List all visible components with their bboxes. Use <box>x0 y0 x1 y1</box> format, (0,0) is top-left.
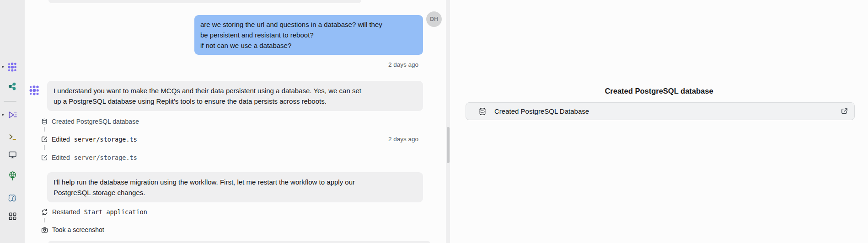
message-timestamp: 2 days ago <box>322 61 418 68</box>
created-database-card[interactable]: Created PostgreSQL Database <box>466 102 855 120</box>
action-label: Edited <box>52 154 70 161</box>
workflows-icon <box>8 110 17 120</box>
action-code-path: server/storage.ts <box>74 154 137 161</box>
pane-resize-divider[interactable] <box>446 0 450 243</box>
rail-item-agent[interactable] <box>0 62 25 72</box>
rail-item-all-tools[interactable] <box>0 212 25 221</box>
open-external-icon[interactable] <box>841 107 848 115</box>
all-tools-grid-icon <box>8 212 17 221</box>
agent-message-bubble: I understand you want to make the MCQs a… <box>47 81 423 111</box>
agent-message-line: up a PostgreSQL database using Replit's … <box>54 96 417 106</box>
action-row-edited-file[interactable]: Edited server/storage.ts <box>41 135 137 143</box>
rail-item-output[interactable] <box>0 150 25 159</box>
action-row-edited-file[interactable]: Edited server/storage.ts <box>41 153 137 162</box>
action-label: Took a screenshot <box>52 226 104 233</box>
git-branch-icon <box>8 82 17 91</box>
postgresql-icon <box>8 194 17 203</box>
agent-message-line: I'll help run the database migration usi… <box>54 177 417 187</box>
replit-workspace: are we storing the url and questions in … <box>0 0 868 243</box>
user-message-bubble: are we storing the url and questions in … <box>194 15 423 55</box>
database-icon <box>478 107 487 116</box>
user-avatar: DH <box>426 11 442 27</box>
action-row-took-screenshot[interactable]: Took a screenshot <box>41 226 104 234</box>
output-monitor-icon <box>8 150 17 159</box>
action-row-created-database[interactable]: Created PostgreSQL database <box>41 117 139 126</box>
rail-item-database[interactable] <box>0 194 25 203</box>
agent-avatar-logo-icon <box>29 85 40 96</box>
user-message-line: be persistent and resistant to reboot? <box>200 30 417 40</box>
action-code-path: server/storage.ts <box>74 136 137 143</box>
action-row-restarted-workflow[interactable]: Restarted Start application <box>41 208 147 216</box>
action-label: Edited <box>52 136 70 143</box>
agent-logo-icon <box>7 62 17 72</box>
agent-message-line: I understand you want to make the MCQs a… <box>54 85 417 96</box>
user-message-line: are we storing the url and questions in … <box>200 19 417 30</box>
rail-item-workflows[interactable] <box>0 110 25 120</box>
rail-divider <box>4 101 16 102</box>
deploy-globe-icon <box>8 171 17 180</box>
action-label: Restarted <box>52 208 80 216</box>
camera-icon <box>41 227 48 233</box>
database-icon <box>41 118 48 125</box>
tool-rail <box>0 0 25 243</box>
action-connector <box>44 127 45 132</box>
rail-item-networking[interactable] <box>0 171 25 180</box>
card-label: Created PostgreSQL Database <box>494 107 589 115</box>
shell-icon <box>8 132 17 141</box>
detail-panel: Created PostgreSQL database Created Post… <box>450 0 868 243</box>
rail-item-shell[interactable] <box>0 132 25 141</box>
previous-message-bubble-partial <box>48 0 361 3</box>
action-connector <box>44 218 45 222</box>
chat-scrollbar-thumb[interactable] <box>447 127 450 163</box>
action-connector <box>44 145 45 150</box>
rail-item-git[interactable] <box>0 82 25 91</box>
edit-file-icon <box>41 154 48 161</box>
action-code-workflow: Start application <box>84 208 147 216</box>
agent-message-line: PostgreSQL storage changes. <box>54 187 417 198</box>
agent-message-bubble: I'll help run the database migration usi… <box>47 172 423 202</box>
detail-panel-heading: Created PostgreSQL database <box>450 87 868 95</box>
user-message-line: if not can we use a database? <box>200 40 417 51</box>
refresh-icon <box>41 209 48 216</box>
next-message-bubble-partial <box>48 241 430 243</box>
edit-file-icon <box>41 136 48 143</box>
message-timestamp: 2 days ago <box>322 136 418 143</box>
action-label: Created PostgreSQL database <box>52 118 139 125</box>
